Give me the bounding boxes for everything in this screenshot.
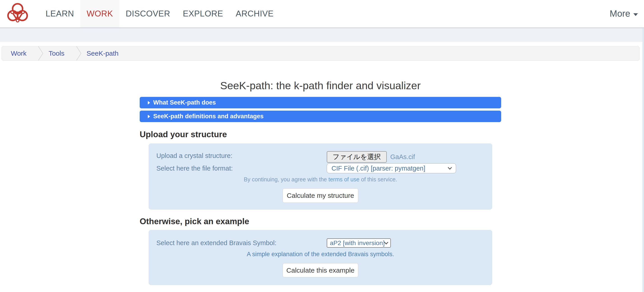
- example-panel: Select here an extended Bravais Symbol: …: [149, 230, 492, 285]
- bravais-symbol-label: Select here an extended Bravais Symbol:: [156, 239, 276, 247]
- accordion-label: What SeeK-path does: [153, 99, 216, 106]
- accordion-label: SeeK-path definitions and advantages: [153, 113, 264, 120]
- page: LEARN WORK DISCOVER EXPLORE ARCHIVE More…: [0, 0, 644, 292]
- terms-text: By continuing, you agree with the terms …: [149, 176, 492, 183]
- file-format-select[interactable]: CIF File (.cif) [parser: pymatgen]: [327, 163, 456, 173]
- page-title: SeeK-path: the k-path finder and visuali…: [140, 79, 501, 92]
- upload-file-label: Upload a crystal structure:: [156, 152, 232, 159]
- file-format-label: Select here the file format:: [156, 165, 233, 172]
- upload-section-heading: Upload your structure: [140, 130, 227, 139]
- calculate-structure-button[interactable]: Calculate my structure: [283, 188, 358, 203]
- terms-suffix: of this service.: [360, 176, 397, 182]
- caret-right-icon: [148, 115, 150, 118]
- materials-cloud-logo[interactable]: [6, 2, 30, 25]
- terms-prefix: By continuing, you agree with the: [244, 176, 328, 182]
- calculate-example-button[interactable]: Calculate this example: [283, 263, 358, 277]
- caret-right-icon: [148, 101, 150, 105]
- upload-panel: Upload a crystal structure: ファイルを選択 GaAs…: [149, 144, 492, 210]
- chevron-right-icon: [38, 46, 43, 60]
- accordion-what-seekpath-does[interactable]: What SeeK-path does: [140, 97, 501, 108]
- nav-item-learn[interactable]: LEARN: [39, 0, 80, 27]
- materials-cloud-logo-icon: [6, 2, 30, 25]
- chevron-right-icon: [76, 46, 81, 60]
- file-format-selected-value: CIF File (.cif) [parser: pymatgen]: [332, 165, 425, 172]
- nav-more-dropdown[interactable]: More: [610, 0, 638, 27]
- nav-more-label: More: [610, 8, 630, 19]
- breadcrumb-item-seek-path[interactable]: SeeK-path: [87, 50, 119, 57]
- selected-file-name: GaAs.cif: [390, 153, 415, 161]
- bravais-selected-value: aP2 [with inversion]: [330, 240, 385, 247]
- breadcrumb-item-work[interactable]: Work: [11, 50, 26, 57]
- chevron-down-icon: [634, 13, 638, 16]
- scrollbar[interactable]: [642, 28, 644, 292]
- chevron-down-icon: [448, 165, 452, 169]
- terms-of-use-link[interactable]: terms of use: [328, 176, 360, 182]
- chevron-down-icon: [384, 240, 388, 244]
- file-select-button[interactable]: ファイルを選択: [327, 151, 387, 163]
- nav-item-work[interactable]: WORK: [80, 0, 119, 27]
- example-section-heading: Otherwise, pick an example: [140, 217, 249, 226]
- bravais-symbol-select[interactable]: aP2 [with inversion]: [327, 238, 391, 248]
- accordion-definitions-advantages[interactable]: SeeK-path definitions and advantages: [140, 111, 501, 122]
- bravais-explanation-link[interactable]: A simple explanation of the extended Bra…: [149, 251, 492, 258]
- file-input-row: ファイルを選択 GaAs.cif: [327, 151, 415, 163]
- breadcrumb-item-tools[interactable]: Tools: [48, 50, 64, 57]
- main-content: SeeK-path: the k-path finder and visuali…: [140, 0, 501, 292]
